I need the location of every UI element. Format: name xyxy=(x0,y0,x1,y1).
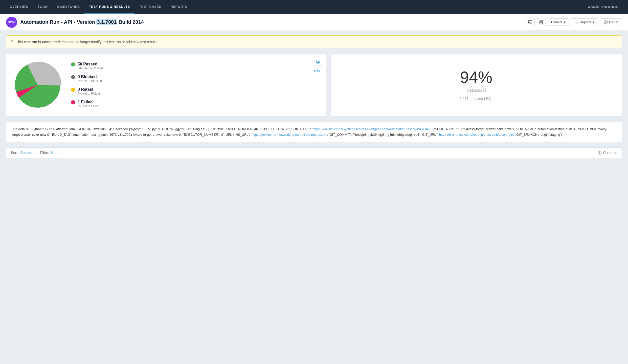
columns-icon xyxy=(598,151,602,155)
csv-export-button[interactable]: CSV↓ xyxy=(314,67,322,75)
stats-card: CSV↓ 50 P xyxy=(6,53,326,117)
reports-chevron-icon: ▾ xyxy=(593,20,595,24)
pie-chart xyxy=(12,60,63,110)
top-navigation: OVERVIEW TODO MILESTONES TEST RUNS & RES… xyxy=(0,0,628,14)
columns-button[interactable]: Columns xyxy=(598,151,617,155)
completion-notice: ? This test run is completed. You can no… xyxy=(6,35,622,48)
reports-label: Reports xyxy=(580,20,591,24)
retest-count: 0 Retest xyxy=(78,87,100,92)
passed-pct: 94% set to Passed xyxy=(78,66,103,70)
print-icon-button[interactable] xyxy=(537,18,546,26)
run-details-prefix: Run details: {'Python':'3.7.5','Platform… xyxy=(11,127,312,131)
defects-dropdown-button[interactable]: Defects ▾ xyxy=(548,18,569,26)
run-title-suffix: Build 2014 xyxy=(117,19,144,25)
nav-milestones[interactable]: MILESTONES xyxy=(52,0,84,14)
nav-test-runs[interactable]: TEST RUNS & RESULTS xyxy=(84,0,134,14)
export-icons-group: CSV↓ xyxy=(314,58,322,75)
blocked-count: 0 Blocked xyxy=(78,75,102,79)
failed-count: 1 Failed xyxy=(78,100,99,104)
defects-label: Defects xyxy=(551,20,562,24)
run-title-highlight: 3.1.7001 xyxy=(96,19,117,25)
nav-test-cases[interactable]: TEST CASES xyxy=(134,0,166,14)
legend-retest: 0 Retest 0% set to Retest xyxy=(71,87,320,95)
sort-label: Sort: xyxy=(11,151,18,155)
filter-label: Filter: xyxy=(40,151,49,155)
untested-text: 2 / 53 untested (4%). xyxy=(460,97,492,101)
run-badge: R268 xyxy=(6,17,17,28)
passed-count: 50 Passed xyxy=(78,62,103,66)
header-actions: Defects ▾ Reports ▾ Rerun xyxy=(526,18,622,26)
retest-pct: 0% set to Retest xyxy=(78,92,100,95)
filter-value[interactable]: None xyxy=(51,151,59,155)
run-details-branch: ,'GIT_BRANCH': 'origin/staging'} xyxy=(515,133,562,136)
retest-dot xyxy=(71,88,75,92)
failed-pct: 2% set to Failed xyxy=(78,104,99,108)
legend-passed: 50 Passed 94% set to Passed xyxy=(71,62,320,70)
info-icon: ? xyxy=(11,39,13,44)
blocked-dot xyxy=(71,75,75,79)
pass-percentage: 94% xyxy=(460,69,492,85)
run-title: Automation Run - API - Version 3.1.7001 … xyxy=(20,19,523,25)
svg-rect-11 xyxy=(598,151,599,154)
svg-marker-7 xyxy=(605,21,606,23)
pie-chart-svg xyxy=(12,60,63,110)
rerun-label: Rerun xyxy=(609,20,618,24)
cards-row: CSV↓ 50 P xyxy=(6,53,622,117)
notice-normal-text: You can no longer modify this test run o… xyxy=(62,40,158,44)
nav-administration[interactable]: ADMINISTRATION xyxy=(583,0,623,14)
columns-label: Columns xyxy=(603,151,617,155)
chart-legend: 50 Passed 94% set to Passed 0 Blocked 0%… xyxy=(71,62,320,108)
defects-chevron-icon: ▾ xyxy=(564,20,566,24)
bar-chart-icon xyxy=(574,20,578,24)
jenkins-url-link[interactable]: https://jenkins-runner.working.testrail-… xyxy=(252,133,327,136)
sort-value[interactable]: Section xyxy=(20,151,32,155)
blocked-pct: 0% set to Blocked xyxy=(78,79,102,83)
reports-dropdown-button[interactable]: Reports ▾ xyxy=(571,18,598,26)
run-title-prefix: Automation Run - API - Version xyxy=(20,19,96,25)
percentage-card: 94% passed 2 / 53 untested (4%). xyxy=(330,53,622,117)
legend-failed: 1 Failed 2% set to Failed xyxy=(71,100,320,108)
nav-reports[interactable]: REPORTS xyxy=(166,0,192,14)
play-icon xyxy=(604,20,608,24)
build-url-link[interactable]: https://jenkins-runner.working.testrail-… xyxy=(312,127,433,131)
passed-dot xyxy=(71,62,75,66)
passed-label: passed xyxy=(466,86,486,94)
svg-rect-12 xyxy=(600,151,601,154)
bottom-bar: Sort: Section | Filter: None Columns xyxy=(6,147,622,158)
nav-overview[interactable]: OVERVIEW xyxy=(5,0,33,14)
image-export-button[interactable] xyxy=(314,58,322,66)
run-details-section: Run details: {'Python':'3.7.5','Platform… xyxy=(6,122,622,142)
separator: | xyxy=(36,151,37,155)
main-content: ? This test run is completed. You can no… xyxy=(0,30,628,163)
export-icon-button[interactable] xyxy=(526,18,535,26)
git-url-link[interactable]: https://brandnewtestrailexample.assembla… xyxy=(439,133,515,136)
run-details-git: , 'GIT_COMMIT': '7nhsbje8hrjfb39hsjg8rhg… xyxy=(327,133,439,136)
notice-bold-text: This test run is completed. xyxy=(16,40,61,44)
header-bar: R268 Automation Run - API - Version 3.1.… xyxy=(0,14,628,30)
svg-rect-2 xyxy=(540,22,542,24)
failed-dot xyxy=(71,100,75,104)
rerun-button[interactable]: Rerun xyxy=(600,18,622,26)
nav-todo[interactable]: TODO xyxy=(33,0,52,14)
legend-blocked: 0 Blocked 0% set to Blocked xyxy=(71,75,320,83)
